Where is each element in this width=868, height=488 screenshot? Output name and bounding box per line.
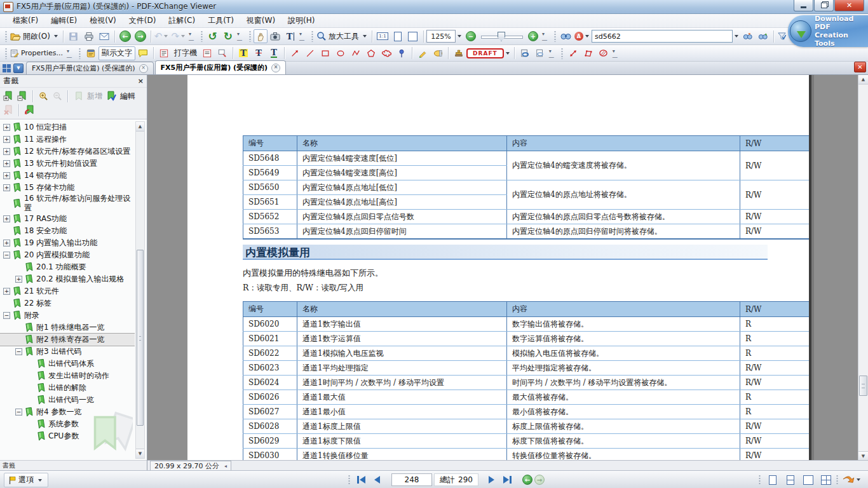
menu-item[interactable]: 工具(T) (201, 14, 240, 27)
options-button[interactable]: 選項 (4, 473, 48, 487)
menu-item[interactable]: 檢視(V) (83, 14, 123, 27)
bookmarks-scrollbar[interactable]: ▲ ▼ (135, 121, 145, 459)
zoom-in-button[interactable]: + (526, 29, 541, 43)
history-back-button[interactable]: ← (522, 475, 532, 485)
goto-bookmark-button[interactable] (23, 104, 36, 116)
close-button[interactable]: ✕ (834, 0, 864, 11)
bookmark-item[interactable]: 出错代码一览 (0, 394, 135, 406)
text-box-button[interactable] (156, 46, 172, 60)
bookmarks-zoom-out-button[interactable] (51, 90, 64, 102)
bookmark-item[interactable]: 附2 特殊寄存器一览 (0, 334, 135, 346)
measure-area-button[interactable] (596, 46, 611, 60)
bookmark-item[interactable]: +17 RAS功能 (0, 213, 135, 225)
bookmark-expander[interactable]: + (3, 148, 10, 155)
bookmark-item[interactable]: +15 存储卡功能 (0, 182, 135, 194)
bookmark-expander[interactable]: + (3, 172, 10, 179)
export-arrow-button[interactable] (843, 473, 863, 487)
single-page-button[interactable] (765, 473, 780, 487)
email-button[interactable] (97, 29, 112, 43)
bookmark-expander[interactable]: + (3, 288, 10, 295)
undo-button[interactable]: ↶ (154, 29, 171, 43)
bookmark-item[interactable]: +10 恒定扫描 (0, 121, 135, 133)
fit-page-button[interactable] (390, 29, 405, 43)
bookmark-item[interactable]: +20.2 模拟量输入输出规格 (0, 273, 135, 285)
underline-text-button[interactable]: T (266, 46, 281, 60)
bookmark-expander[interactable]: + (3, 240, 10, 247)
link-tool-button[interactable] (517, 46, 532, 60)
bookmark-item[interactable]: 系统参数 (0, 418, 135, 430)
stamp-preview[interactable]: DRAFT (466, 48, 504, 58)
bookmarks-footer-tab[interactable]: 書籤 (3, 461, 15, 470)
edit-bookmark-button[interactable] (105, 90, 118, 102)
bookmark-expander[interactable]: + (3, 184, 10, 191)
zoom-tool-button[interactable]: 放大工具 (316, 29, 369, 43)
bookmark-item[interactable]: −附录 (0, 309, 135, 322)
properties-button[interactable]: Properties... (10, 46, 65, 60)
scrollbar-thumb[interactable] (137, 250, 144, 426)
menu-item[interactable]: 註解(C) (162, 14, 201, 27)
tab-application-manual[interactable]: FX5用户手册(应用篇) (受保護的) × (155, 60, 287, 74)
bookmark-expander[interactable]: + (3, 215, 10, 222)
document-scrollbar[interactable]: ▲ ▼ (858, 75, 868, 461)
next-page-button[interactable] (485, 473, 499, 486)
show-text-button[interactable]: 顯示文字 (98, 46, 135, 60)
zoom-slider[interactable] (481, 30, 523, 42)
close-document-button[interactable]: ✕ (854, 62, 866, 72)
actual-size-button[interactable]: 1:1 (375, 29, 390, 43)
line-tool-button[interactable] (302, 46, 318, 60)
fit-width-button[interactable] (405, 29, 421, 43)
current-page-input[interactable]: 248 (391, 473, 432, 486)
measure-distance-button[interactable] (566, 46, 581, 60)
cloud-tool-button[interactable] (379, 46, 394, 60)
arrow-tool-button[interactable] (287, 46, 302, 60)
scroll-down-icon[interactable]: ▼ (136, 449, 144, 458)
bookmark-item[interactable]: +19 内置输入输出功能 (0, 237, 135, 249)
search-provider-button[interactable]: A (574, 29, 592, 43)
expand-all-button[interactable] (2, 90, 15, 102)
bookmark-expander[interactable]: − (15, 409, 22, 416)
find-button[interactable] (559, 29, 574, 43)
bookmark-expander[interactable]: − (3, 252, 10, 259)
menu-item[interactable]: 檔案(F) (6, 14, 44, 27)
bookmark-expander[interactable]: + (3, 124, 10, 131)
bookmark-item[interactable]: 附1 特殊继电器一览 (0, 322, 135, 334)
bookmark-item[interactable]: 发生出错时的动作 (0, 370, 135, 382)
bookmark-item[interactable]: 22 标签 (0, 297, 135, 309)
history-forward-button[interactable]: → (534, 475, 545, 485)
first-page-button[interactable] (354, 473, 368, 486)
bookmark-item[interactable]: CPU参数 (0, 430, 135, 442)
select-text-button[interactable]: T (283, 29, 298, 43)
text-frame-button[interactable] (200, 46, 215, 60)
scrollbar-thumb[interactable] (859, 376, 867, 396)
find-previous-button[interactable] (740, 29, 756, 43)
bookmark-expander[interactable]: + (15, 276, 22, 283)
new-bookmark-button[interactable] (72, 90, 85, 102)
open-button[interactable]: 開啟(O) (10, 29, 60, 43)
bookmark-item[interactable]: +13 软元件初始值设置 (0, 158, 135, 170)
bookmark-item[interactable]: +11 远程操作 (0, 133, 135, 146)
go-forward-button[interactable]: → (133, 29, 148, 43)
bookmark-item[interactable]: 16 软元件/标签访问服务处理设置 (0, 194, 135, 213)
continuous-page-button[interactable] (783, 473, 798, 487)
stamp-tool-button[interactable] (451, 46, 466, 60)
scroll-up-icon[interactable]: ▲ (858, 75, 868, 85)
bookmark-item[interactable]: 20.1 功能概要 (0, 261, 135, 273)
prev-page-button[interactable] (370, 473, 384, 486)
snapshot-button[interactable] (268, 29, 283, 43)
tab-list-dropdown[interactable]: ▼ (13, 64, 24, 73)
bookmarks-zoom-in-button[interactable] (37, 90, 50, 102)
strikeout-text-button[interactable]: T (251, 46, 266, 60)
tab-close-icon[interactable]: × (139, 64, 148, 73)
tab-close-icon[interactable]: × (271, 64, 280, 72)
go-back-button[interactable]: ← (118, 29, 133, 43)
bookmark-expander[interactable]: + (3, 160, 10, 167)
panel-close-icon[interactable]: × (138, 77, 144, 85)
scroll-down-icon[interactable]: ▼ (858, 451, 868, 461)
bookmark-item[interactable]: −附3 出错代码 (0, 346, 135, 358)
measure-perimeter-button[interactable] (581, 46, 596, 60)
zoom-slider-thumb[interactable] (498, 32, 505, 41)
bookmark-expander[interactable]: − (3, 312, 10, 319)
typewriter-button[interactable]: 打字機 (172, 46, 200, 60)
menu-item[interactable]: 說明(H) (281, 14, 321, 27)
bookmark-item[interactable]: 出错代码体系 (0, 358, 135, 370)
